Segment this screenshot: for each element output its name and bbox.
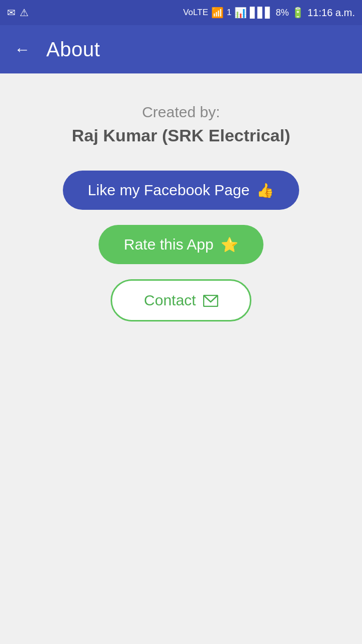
status-bar-left: ✉ ⚠ xyxy=(7,7,29,19)
sim-icon: 1 xyxy=(227,8,231,18)
facebook-button-label: Like my Facebook Page xyxy=(88,182,250,199)
rate-button-label: Rate this App xyxy=(124,236,213,253)
rate-button[interactable]: Rate this App ⭐ xyxy=(99,225,263,264)
battery-text: 8% xyxy=(276,8,289,18)
back-arrow-icon: ← xyxy=(14,40,30,59)
status-bar: ✉ ⚠ VoLTE 📶 1 📊 ▋▋▋ 8% 🔋 11:16 a.m. xyxy=(0,0,362,25)
creator-name: Raj Kumar (SRK Electrical) xyxy=(72,126,291,145)
wifi-icon: 📶 xyxy=(211,7,224,19)
volte-icon: VoLTE xyxy=(183,8,208,18)
contact-button[interactable]: Contact xyxy=(111,279,251,321)
contact-button-label: Contact xyxy=(144,292,196,309)
warning-icon: ⚠ xyxy=(20,7,29,19)
facebook-button[interactable]: Like my Facebook Page 👍 xyxy=(63,171,300,210)
signal-bars-icon: ▋▋▋ xyxy=(250,7,273,19)
app-bar: ← About xyxy=(0,25,362,73)
mail-icon: ✉ xyxy=(7,7,16,19)
star-icon: ⭐ xyxy=(221,236,238,253)
battery-icon: 🔋 xyxy=(292,7,304,19)
thumbs-up-icon: 👍 xyxy=(256,182,274,199)
page-title: About xyxy=(46,38,100,61)
created-by-label: Created by: xyxy=(142,104,220,121)
envelope-icon xyxy=(203,294,218,306)
main-content: Created by: Raj Kumar (SRK Electrical) L… xyxy=(0,73,362,644)
signal-icon: 📊 xyxy=(234,7,247,19)
status-time: 11:16 a.m. xyxy=(307,7,355,19)
back-button[interactable]: ← xyxy=(10,36,34,63)
status-bar-right: VoLTE 📶 1 📊 ▋▋▋ 8% 🔋 11:16 a.m. xyxy=(183,7,355,19)
